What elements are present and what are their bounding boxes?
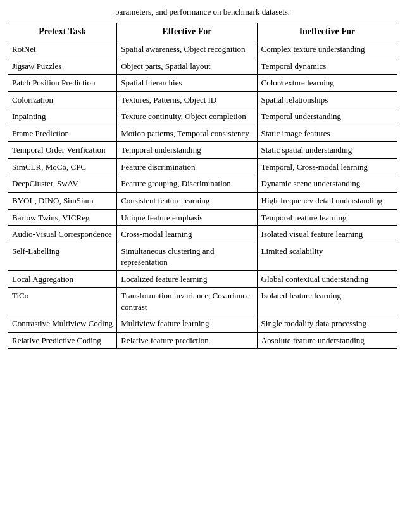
cell-ineffective-for: Limited scalability xyxy=(257,243,397,270)
cell-effective-for: Unique feature emphasis xyxy=(117,209,257,226)
cell-effective-for: Object parts, Spatial layout xyxy=(117,58,257,75)
cell-ineffective-for: Global contextual understanding xyxy=(257,270,397,288)
cell-ineffective-for: Temporal dynamics xyxy=(257,58,397,75)
table-row: SimCLR, MoCo, CPCFeature discriminationT… xyxy=(8,158,397,175)
table-row: Jigsaw PuzzlesObject parts, Spatial layo… xyxy=(8,58,397,75)
header-ineffective-for: Ineffective For xyxy=(257,23,397,41)
table-caption: parameters, and performance on benchmark… xyxy=(8,6,397,18)
cell-effective-for: Consistent feature learning xyxy=(117,193,257,210)
cell-pretext-task: Inpainting xyxy=(8,108,117,125)
cell-ineffective-for: Single modality data processing xyxy=(257,315,397,332)
cell-effective-for: Multiview feature learning xyxy=(117,315,257,332)
header-pretext-task: Pretext Task xyxy=(8,23,117,41)
cell-pretext-task: Relative Predictive Coding xyxy=(8,332,117,349)
table-row: Self-LabellingSimultaneous clustering an… xyxy=(8,243,397,270)
cell-pretext-task: Patch Position Prediction xyxy=(8,75,117,92)
cell-effective-for: Relative feature prediction xyxy=(117,332,257,349)
cell-effective-for: Spatial hierarchies xyxy=(117,75,257,92)
cell-ineffective-for: Absolute feature understanding xyxy=(257,332,397,349)
table-row: BYOL, DINO, SimSiamConsistent feature le… xyxy=(8,193,397,210)
table-row: ColorizationTextures, Patterns, Object I… xyxy=(8,91,397,108)
table-row: Local AggregationLocalized feature learn… xyxy=(8,270,397,288)
cell-pretext-task: SimCLR, MoCo, CPC xyxy=(8,158,117,175)
cell-pretext-task: DeepCluster, SwAV xyxy=(8,175,117,193)
cell-ineffective-for: Static spatial understanding xyxy=(257,142,397,159)
cell-effective-for: Feature discrimination xyxy=(117,158,257,175)
cell-ineffective-for: Temporal, Cross-modal learning xyxy=(257,158,397,175)
table-row: Temporal Order VerificationTemporal unde… xyxy=(8,142,397,159)
table-row: Barlow Twins, VICRegUnique feature empha… xyxy=(8,209,397,226)
cell-ineffective-for: Static image features xyxy=(257,125,397,142)
cell-pretext-task: Barlow Twins, VICReg xyxy=(8,209,117,226)
cell-effective-for: Transformation invariance, Covariance co… xyxy=(117,288,257,315)
cell-pretext-task: Temporal Order Verification xyxy=(8,142,117,159)
header-effective-for: Effective For xyxy=(117,23,257,41)
cell-pretext-task: Jigsaw Puzzles xyxy=(8,58,117,75)
cell-effective-for: Motion patterns, Temporal consistency xyxy=(117,125,257,142)
cell-effective-for: Localized feature learning xyxy=(117,270,257,288)
cell-ineffective-for: Dynamic scene understanding xyxy=(257,175,397,193)
cell-effective-for: Temporal understanding xyxy=(117,142,257,159)
table-row: RotNetSpatial awareness, Object recognit… xyxy=(8,41,397,58)
table-row: Contrastive Multiview CodingMultiview fe… xyxy=(8,315,397,332)
cell-pretext-task: Self-Labelling xyxy=(8,243,117,270)
comparison-table: Pretext Task Effective For Ineffective F… xyxy=(8,23,397,349)
table-row: Frame PredictionMotion patterns, Tempora… xyxy=(8,125,397,142)
cell-pretext-task: RotNet xyxy=(8,41,117,58)
cell-pretext-task: Audio-Visual Correspondence xyxy=(8,226,117,243)
cell-ineffective-for: Isolated feature learning xyxy=(257,288,397,315)
cell-pretext-task: BYOL, DINO, SimSiam xyxy=(8,193,117,210)
cell-ineffective-for: High-frequency detail understanding xyxy=(257,193,397,210)
cell-effective-for: Texture continuity, Object completion xyxy=(117,108,257,125)
cell-ineffective-for: Temporal feature learning xyxy=(257,209,397,226)
cell-pretext-task: Local Aggregation xyxy=(8,270,117,288)
table-row: Audio-Visual CorrespondenceCross-modal l… xyxy=(8,226,397,243)
cell-ineffective-for: Spatial relationships xyxy=(257,91,397,108)
table-row: Patch Position PredictionSpatial hierarc… xyxy=(8,75,397,92)
cell-pretext-task: Contrastive Multiview Coding xyxy=(8,315,117,332)
cell-pretext-task: Frame Prediction xyxy=(8,125,117,142)
cell-ineffective-for: Temporal understanding xyxy=(257,108,397,125)
cell-effective-for: Cross-modal learning xyxy=(117,226,257,243)
table-row: InpaintingTexture continuity, Object com… xyxy=(8,108,397,125)
cell-ineffective-for: Isolated visual feature learning xyxy=(257,226,397,243)
cell-effective-for: Simultaneous clustering and representati… xyxy=(117,243,257,270)
table-row: DeepCluster, SwAVFeature grouping, Discr… xyxy=(8,175,397,193)
cell-pretext-task: Colorization xyxy=(8,91,117,108)
table-row: Relative Predictive CodingRelative featu… xyxy=(8,332,397,349)
table-header-row: Pretext Task Effective For Ineffective F… xyxy=(8,23,397,41)
cell-effective-for: Spatial awareness, Object recognition xyxy=(117,41,257,58)
table-row: TiCoTransformation invariance, Covarianc… xyxy=(8,288,397,315)
cell-effective-for: Textures, Patterns, Object ID xyxy=(117,91,257,108)
cell-ineffective-for: Color/texture learning xyxy=(257,75,397,92)
cell-pretext-task: TiCo xyxy=(8,288,117,315)
cell-ineffective-for: Complex texture understanding xyxy=(257,41,397,58)
cell-effective-for: Feature grouping, Discrimination xyxy=(117,175,257,193)
